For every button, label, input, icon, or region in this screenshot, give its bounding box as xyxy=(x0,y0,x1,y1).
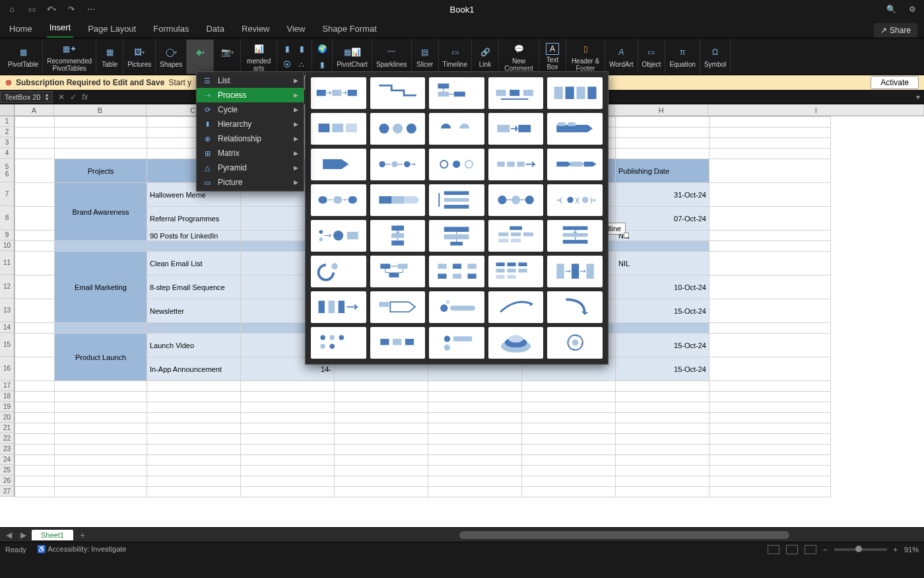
sparklines-button[interactable]: 〰Sparklines xyxy=(372,40,412,74)
settings-icon[interactable]: ⚙ xyxy=(906,3,919,16)
symbol-button[interactable]: ΩSymbol xyxy=(700,40,731,74)
process-thumb[interactable] xyxy=(429,220,484,252)
process-thumb[interactable]: »()()» xyxy=(547,184,603,216)
page-break-view-button[interactable] xyxy=(805,545,816,554)
process-thumb[interactable] xyxy=(370,149,426,180)
process-thumb[interactable] xyxy=(429,291,484,323)
process-thumb[interactable] xyxy=(370,256,426,287)
slicer-button[interactable]: ▤Slicer xyxy=(412,40,439,74)
smartart-list[interactable]: ☰List▶ xyxy=(197,73,304,88)
smartart-relationship[interactable]: ⊕Relationship▶ xyxy=(197,131,304,146)
smartart-button[interactable]: ◆▾ xyxy=(187,40,214,74)
cancel-formula-icon[interactable]: ✕ xyxy=(58,92,65,102)
smartart-process[interactable]: ⇢Process▶ xyxy=(197,88,304,102)
name-box[interactable]: TextBox 20▴▾ xyxy=(0,91,53,103)
process-thumb[interactable] xyxy=(488,220,544,252)
process-thumb[interactable] xyxy=(311,113,366,145)
smartart-hierarchy[interactable]: ⬍Hierarchy▶ xyxy=(197,117,304,131)
col-header[interactable]: B xyxy=(54,104,147,116)
fx-icon[interactable]: fx xyxy=(82,92,88,102)
smartart-picture[interactable]: ▭Picture▶ xyxy=(197,175,304,190)
process-thumb[interactable] xyxy=(370,184,426,216)
process-thumb[interactable] xyxy=(547,256,603,287)
process-thumb[interactable] xyxy=(311,184,366,216)
charts-group[interactable]: ▮▮ ⦿∴ xyxy=(277,40,312,74)
home-icon[interactable]: ⌂ xyxy=(5,3,18,16)
tab-shape-format[interactable]: Shape Format xyxy=(319,21,379,38)
tab-formulas[interactable]: Formulas xyxy=(150,21,191,38)
process-thumb[interactable] xyxy=(547,113,603,145)
process-thumb[interactable] xyxy=(429,113,484,145)
search-icon[interactable]: 🔍 xyxy=(884,3,898,16)
process-thumb[interactable] xyxy=(488,184,544,216)
zoom-out-button[interactable]: − xyxy=(823,546,827,554)
process-thumb[interactable] xyxy=(488,149,544,180)
new-comment-button[interactable]: 💬New Comment xyxy=(499,40,539,74)
normal-view-button[interactable] xyxy=(768,545,779,554)
process-thumb[interactable] xyxy=(311,327,366,359)
table-button[interactable]: ▦Table xyxy=(96,40,123,74)
redo-icon[interactable]: ↷ xyxy=(65,3,78,16)
process-thumb[interactable] xyxy=(311,291,366,323)
share-button[interactable]: ↗ Share xyxy=(874,23,917,38)
textbox-button[interactable]: AText Box xyxy=(539,40,566,74)
sheet-nav-prev[interactable]: ◀ xyxy=(3,530,15,540)
pictures-button[interactable]: 🖼▾Pictures xyxy=(123,40,156,74)
process-thumb[interactable] xyxy=(488,291,544,323)
process-thumb[interactable] xyxy=(488,77,544,109)
equation-button[interactable]: πEquation xyxy=(665,40,700,74)
process-thumb[interactable] xyxy=(547,220,603,252)
horizontal-scrollbar[interactable] xyxy=(459,531,921,539)
zoom-level[interactable]: 91% xyxy=(904,546,919,554)
recommended-pivottables-button[interactable]: ▦✦Recommended PivotTables xyxy=(43,40,96,74)
tab-view[interactable]: View xyxy=(284,21,308,38)
process-thumb[interactable] xyxy=(547,291,603,323)
save-icon[interactable]: ▭ xyxy=(25,3,38,16)
sheet-tab[interactable]: Sheet1 xyxy=(32,530,73,540)
pivottable-button[interactable]: ▦PivotTable xyxy=(4,40,43,74)
tab-home[interactable]: Home xyxy=(7,21,35,38)
process-thumb[interactable] xyxy=(429,327,484,359)
page-layout-view-button[interactable] xyxy=(786,545,798,554)
process-thumb[interactable] xyxy=(370,220,426,252)
process-thumb[interactable] xyxy=(370,113,426,145)
process-thumb[interactable] xyxy=(370,291,426,323)
select-all-corner[interactable] xyxy=(0,104,15,116)
more-icon[interactable]: ⋯ xyxy=(84,3,98,16)
tab-page-layout[interactable]: Page Layout xyxy=(85,21,139,38)
col-header[interactable]: A xyxy=(15,104,54,116)
status-accessibility[interactable]: ♿ Accessibility: Investigate xyxy=(37,545,127,554)
tab-review[interactable]: Review xyxy=(239,21,273,38)
row-header[interactable]: 1 xyxy=(0,116,15,127)
zoom-in-button[interactable]: + xyxy=(894,546,898,554)
process-thumb[interactable] xyxy=(429,149,484,180)
object-button[interactable]: ▭Object xyxy=(638,40,666,74)
process-thumb[interactable] xyxy=(547,327,603,359)
add-sheet-button[interactable]: + xyxy=(76,530,89,540)
process-thumb[interactable] xyxy=(370,77,426,109)
activate-button[interactable]: Activate xyxy=(871,76,919,89)
process-thumb[interactable] xyxy=(311,220,366,252)
link-button[interactable]: 🔗Link xyxy=(472,40,499,74)
timeline-button[interactable]: ▭Timeline xyxy=(439,40,472,74)
process-thumb[interactable] xyxy=(488,113,544,145)
tab-data[interactable]: Data xyxy=(203,21,226,38)
smartart-cycle[interactable]: ⟳Cycle▶ xyxy=(197,102,304,117)
process-thumb[interactable] xyxy=(311,149,366,180)
smartart-pyramid[interactable]: △Pyramid▶ xyxy=(197,161,304,175)
process-thumb[interactable] xyxy=(429,184,484,216)
tab-insert[interactable]: Insert xyxy=(47,20,74,38)
expand-formula-icon[interactable]: ▾ xyxy=(912,92,924,102)
shapes-button[interactable]: ◯▾Shapes xyxy=(156,40,187,74)
screenshot-button[interactable]: 📷▾ xyxy=(214,40,241,74)
process-thumb[interactable] xyxy=(370,327,426,359)
close-icon[interactable]: ⊗ xyxy=(5,78,12,87)
accept-formula-icon[interactable]: ✓ xyxy=(70,92,77,102)
process-thumb[interactable] xyxy=(488,256,544,287)
wordart-button[interactable]: AWordArt xyxy=(605,40,638,74)
zoom-slider[interactable] xyxy=(834,548,887,551)
col-header[interactable]: H xyxy=(614,104,708,116)
undo-icon[interactable]: ↶▾ xyxy=(45,3,58,16)
process-thumb[interactable] xyxy=(429,256,484,287)
recommended-charts-button[interactable]: 📊mended arts xyxy=(241,40,277,74)
